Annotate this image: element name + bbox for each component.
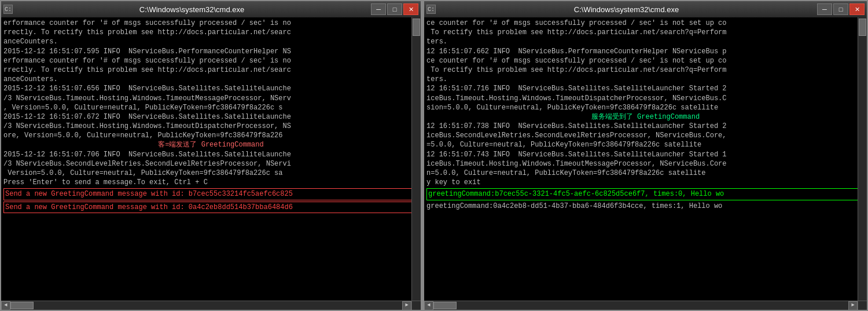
right-console-line: 12 16:51:07.662 INFO NServiceBus.Perform… <box>426 47 865 56</box>
left-console-line: anceCounters. <box>3 37 418 46</box>
left-console-line: Send a new GreetingCommand message with … <box>3 188 418 200</box>
right-console-line: iceBus.SecondLevelRetries.SecondLevelRet… <box>426 131 865 140</box>
left-console-body: erformance counter for '# of msgs succes… <box>1 17 421 310</box>
left-console-line: rrectly. To rectify this problem see htt… <box>3 28 418 37</box>
right-scrollbar-h-thumb[interactable] <box>433 302 457 309</box>
right-console-line: iceBus.Timeout.Hosting.Windows.TimeoutMe… <box>426 159 865 169</box>
right-scrollbar-v[interactable] <box>858 17 867 301</box>
right-console-line: =5.0.0, Culture=neutral, PublicKeyToken=… <box>426 140 865 149</box>
left-console-line: 2015-12-12 16:51:07.672 INFO NServiceBus… <box>3 112 418 122</box>
left-console-line: Press 'Enter' to send a message.To exit,… <box>3 178 418 187</box>
left-maximize-button[interactable]: □ <box>387 3 402 15</box>
left-window-icon: C: <box>3 5 13 14</box>
right-console-line: ce counter for '# of msgs successfully p… <box>426 56 865 65</box>
right-cmd-window: C: C:\Windows\system32\cmd.exe ─ □ ✕ ce … <box>423 0 868 311</box>
left-console-line: 2015-12-12 16:51:07.706 INFO NServiceBus… <box>3 150 418 159</box>
right-window-title: C:\Windows\system32\cmd.exe <box>436 5 817 14</box>
left-console-line: 客=端发送了 GreetingCommand <box>3 140 418 149</box>
right-console-line: n=5.0.0, Culture=neutral, PublicKeyToken… <box>426 169 865 178</box>
left-minimize-button[interactable]: ─ <box>371 3 386 15</box>
left-cmd-window: C: C:\Windows\system32\cmd.exe ─ □ ✕ erf… <box>0 0 422 311</box>
right-scrollbar-thumb[interactable] <box>859 19 866 36</box>
left-corner <box>411 301 421 310</box>
left-console-line: Version=5.0.0, Culture=neutral, PublicKe… <box>3 169 418 178</box>
right-close-button[interactable]: ✕ <box>849 3 865 15</box>
left-window-controls: ─ □ ✕ <box>371 3 418 15</box>
right-console-body: ce counter for '# of msgs successfully p… <box>424 17 867 310</box>
right-console-line: ters. <box>426 75 865 84</box>
right-console-line: iceBus.Timeout.Hosting.Windows.TimeoutDi… <box>426 94 865 103</box>
left-scrollbar-h[interactable]: ◄ ► <box>1 301 411 310</box>
left-title-bar: C: C:\Windows\system32\cmd.exe ─ □ ✕ <box>1 1 421 17</box>
right-console-line: sion=5.0.0, Culture=neutral, PublicKeyTo… <box>426 103 865 112</box>
right-minimize-button[interactable]: ─ <box>817 3 832 15</box>
left-console-line: , Version=5.0.0, Culture=neutral, Public… <box>3 103 418 112</box>
left-close-button[interactable]: ✕ <box>403 3 418 15</box>
left-console-lines: erformance counter for '# of msgs succes… <box>3 19 418 213</box>
left-console-line: rrectly. To rectify this problem see htt… <box>3 65 418 75</box>
left-console-line: ore, Version=5.0.0, Culture=neutral, Pub… <box>3 131 418 140</box>
right-console-line: greetingCommand:b7cec55c-3321-4fc5-aefc-… <box>426 188 865 200</box>
left-console-line: /3 NServiceBus.Timeout.Hosting.Windows.T… <box>3 122 418 131</box>
right-maximize-button[interactable]: □ <box>833 3 848 15</box>
left-scroll-right[interactable]: ► <box>402 301 411 310</box>
left-scrollbar-h-thumb[interactable] <box>10 302 34 309</box>
left-window-title: C:\Windows\system32\cmd.exe <box>13 5 371 14</box>
left-console-line: anceCounters. <box>3 75 418 84</box>
left-console-line: /3 NServiceBus.SecondLevelRetries.Second… <box>3 159 418 169</box>
right-console-line: 服务端受到了 GreetingCommand <box>426 112 865 122</box>
left-scrollbar-h-track <box>10 301 402 310</box>
left-console-line: Send a new GreetingCommand message with … <box>3 202 418 213</box>
right-window-controls: ─ □ ✕ <box>817 3 865 15</box>
right-title-bar: C: C:\Windows\system32\cmd.exe ─ □ ✕ <box>424 1 867 17</box>
right-window-icon: C: <box>426 5 436 14</box>
right-scroll-right[interactable]: ► <box>848 301 858 310</box>
left-scrollbar-thumb[interactable] <box>413 19 420 36</box>
left-scrollbar-v[interactable] <box>411 17 421 301</box>
left-console-line: 2015-12-12 16:51:07.595 INFO NServiceBus… <box>3 47 418 56</box>
left-scroll-left[interactable]: ◄ <box>1 301 10 310</box>
left-console-line: 2015-12-12 16:51:07.656 INFO NServiceBus… <box>3 84 418 93</box>
right-console-line: 12 16:51:07.716 INFO NServiceBus.Satelli… <box>426 84 865 93</box>
right-console-line: To rectify this problem see http://docs.… <box>426 28 865 37</box>
left-console-line: erformance counter for '# of msgs succes… <box>3 19 418 28</box>
right-scrollbar-h-track <box>433 301 848 310</box>
left-console-line: erformance counter for '# of msgs succes… <box>3 56 418 65</box>
right-console-line: greetingCommand:0a4c2eb8-dd51-4b37-bba6-… <box>426 202 865 211</box>
right-console-line: 12 16:51:07.738 INFO NServiceBus.Satelli… <box>426 122 865 131</box>
right-console-line: ters. <box>426 37 865 46</box>
right-console-line: To rectify this problem see http://docs.… <box>426 65 865 75</box>
right-scroll-left[interactable]: ◄ <box>424 301 433 310</box>
right-console-lines: ce counter for '# of msgs successfully p… <box>426 19 865 211</box>
right-console-line: 12 16:51:07.743 INFO NServiceBus.Satelli… <box>426 150 865 159</box>
right-scrollbar-h[interactable]: ◄ ► <box>424 301 858 310</box>
left-console-line: /3 NServiceBus.Timeout.Hosting.Windows.T… <box>3 94 418 103</box>
right-console-line: ce counter for '# of msgs successfully p… <box>426 19 865 28</box>
right-console-line: y key to exit <box>426 178 865 187</box>
right-corner <box>858 301 867 310</box>
